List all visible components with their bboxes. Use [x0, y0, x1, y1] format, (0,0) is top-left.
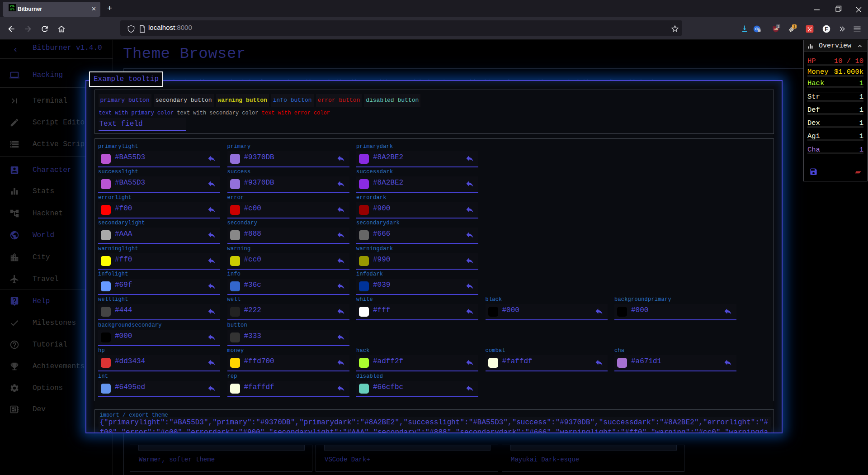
svg-text:F: F [825, 26, 828, 32]
svg-text:1: 1 [777, 25, 779, 28]
svg-text:1: 1 [793, 24, 795, 28]
svg-text:O: O [755, 27, 759, 31]
